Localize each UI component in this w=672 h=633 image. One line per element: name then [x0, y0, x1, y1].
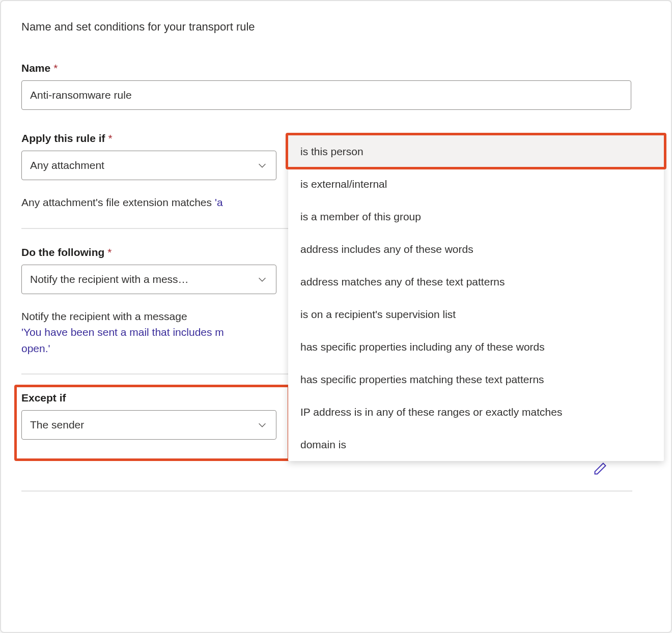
- name-label-text: Name: [21, 62, 50, 74]
- do-desc-value[interactable]: 'You have been sent a mail that includes…: [21, 326, 224, 338]
- transport-rule-form: Name and set conditions for your transpo…: [0, 0, 672, 633]
- dropdown-item-properties-patterns[interactable]: has specific properties matching these t…: [288, 363, 664, 396]
- except-sender-select[interactable]: The sender: [21, 410, 276, 440]
- pencil-icon: [593, 462, 607, 476]
- dropdown-item-member-of-group[interactable]: is a member of this group: [288, 200, 664, 233]
- apply-rule-select[interactable]: Any attachment: [21, 151, 276, 180]
- dropdown-item-domain-is[interactable]: domain is: [288, 428, 664, 461]
- do-following-select[interactable]: Notify the recipient with a mess…: [21, 265, 276, 294]
- do-desc-prefix: Notify the recipient with a message: [21, 310, 187, 322]
- chevron-down-icon: [257, 419, 268, 430]
- dropdown-item-properties-words[interactable]: has specific properties including any of…: [288, 331, 664, 363]
- edit-condition-button[interactable]: [592, 460, 609, 477]
- do-following-selected: Notify the recipient with a mess…: [30, 273, 257, 285]
- dropdown-item-address-includes-words[interactable]: address includes any of these words: [288, 233, 664, 266]
- section-divider: [21, 491, 632, 492]
- do-following-description: Notify the recipient with a message 'You…: [21, 308, 276, 357]
- name-label: Name *: [21, 62, 651, 74]
- dropdown-item-external-internal[interactable]: is external/internal: [288, 168, 664, 200]
- dropdown-item-supervision-list[interactable]: is on a recipient's supervision list: [288, 298, 664, 331]
- chevron-down-icon: [257, 160, 268, 171]
- except-if-label-text: Except if: [21, 392, 66, 404]
- chevron-down-icon: [257, 274, 268, 285]
- name-field-group: Name *: [21, 62, 651, 110]
- name-input[interactable]: [21, 80, 631, 110]
- apply-rule-label-text: Apply this rule if: [21, 132, 105, 145]
- required-indicator: *: [108, 132, 113, 145]
- sender-condition-dropdown: is this person is external/internal is a…: [288, 135, 664, 461]
- except-sender-selected: The sender: [30, 419, 257, 431]
- apply-rule-desc-value[interactable]: 'a: [215, 196, 223, 208]
- apply-rule-description: Any attachment's file extension matches …: [21, 194, 276, 211]
- dropdown-item-is-this-person[interactable]: is this person: [288, 135, 664, 168]
- dropdown-item-ip-ranges[interactable]: IP address is in any of these ranges or …: [288, 396, 664, 428]
- do-following-label-text: Do the following: [21, 246, 104, 258]
- apply-rule-desc-prefix: Any attachment's file extension matches: [21, 196, 215, 208]
- do-desc-suffix[interactable]: open.': [21, 342, 50, 354]
- page-heading: Name and set conditions for your transpo…: [21, 20, 651, 34]
- required-indicator: *: [53, 62, 58, 74]
- dropdown-item-address-matches-patterns[interactable]: address matches any of these text patter…: [288, 266, 664, 298]
- required-indicator: *: [107, 246, 111, 258]
- apply-rule-selected: Any attachment: [30, 159, 257, 171]
